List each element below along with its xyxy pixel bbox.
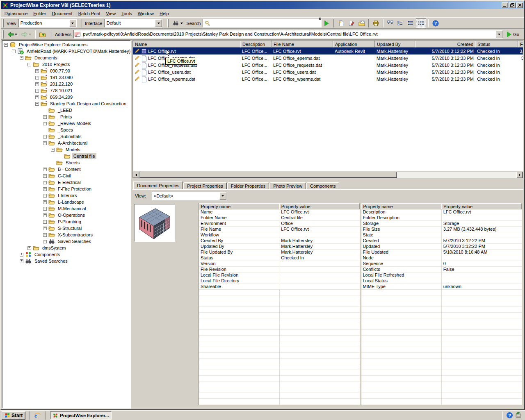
tree-item-p-plumbing[interactable]: +P-Plumbing (2, 218, 130, 225)
expander-icon[interactable]: + (20, 253, 23, 257)
expander-icon[interactable]: − (12, 50, 16, 53)
expander-icon[interactable]: + (43, 233, 47, 237)
tree-item-090-77-90[interactable]: +090.77.90 (2, 68, 130, 74)
tree-item-869-34-209[interactable]: +869.34.209 (2, 94, 130, 100)
menu-item-help[interactable]: Help (157, 10, 172, 17)
column-header-status[interactable]: Status (475, 41, 518, 48)
chevron-down-icon[interactable] (495, 30, 502, 38)
expander-icon[interactable]: + (43, 227, 47, 230)
go-button[interactable]: Go (504, 32, 523, 37)
column-header-description[interactable]: Description (240, 41, 272, 48)
view-small-icons-button[interactable] (395, 18, 406, 28)
toolbar-gripper[interactable] (2, 19, 4, 27)
scroll-left-button[interactable] (133, 172, 139, 178)
tree-item-submittals[interactable]: +_Submittals (2, 133, 130, 140)
go-up-icon[interactable] (37, 30, 48, 39)
tree-item-leed[interactable]: _LEED (2, 107, 130, 114)
run-search-button[interactable] (322, 18, 332, 28)
toolbar-gripper[interactable] (81, 19, 82, 27)
back-button[interactable] (5, 30, 19, 39)
expander-icon[interactable]: + (43, 174, 47, 178)
menu-item-batch-print[interactable]: Batch Print (75, 10, 103, 17)
expander-icon[interactable]: + (43, 122, 47, 125)
expander-icon[interactable]: + (43, 240, 47, 243)
expander-icon[interactable]: − (27, 63, 31, 66)
expander-icon[interactable]: + (43, 200, 47, 204)
tab-photo-preview[interactable]: Photo Preview (269, 182, 306, 189)
expander-icon[interactable]: + (43, 181, 47, 184)
expander-icon[interactable]: + (43, 194, 47, 198)
expander-icon[interactable]: − (51, 148, 55, 152)
tree-item-o-operations[interactable]: +O-Operations (2, 212, 130, 218)
expander-icon[interactable]: + (43, 115, 47, 119)
tree-item-c-civil[interactable]: +C-Civil (2, 173, 130, 179)
start-button[interactable]: Start (2, 411, 25, 420)
tree-item-s-structural[interactable]: +S-Structural (2, 225, 130, 232)
column-header-application[interactable]: Application (333, 41, 375, 48)
tree-item-central-file[interactable]: Central file (2, 153, 130, 159)
interface-combobox[interactable]: Default (104, 19, 162, 27)
forward-button[interactable] (19, 30, 33, 39)
props-view-combobox[interactable]: <Default> (152, 192, 227, 200)
internet-explorer-icon[interactable]: e (34, 412, 41, 419)
tree-item-saved-searches[interactable]: +Saved Searches (2, 238, 130, 245)
tree-item-models[interactable]: −Models (2, 146, 130, 153)
expander-icon[interactable]: + (43, 207, 47, 211)
expander-icon[interactable]: + (35, 82, 39, 86)
tree-item-f-fire-protection[interactable]: +F-Fire Protection (2, 186, 130, 192)
scroll-right-button[interactable] (516, 172, 523, 178)
tab-folder-properties[interactable]: Folder Properties (227, 182, 269, 189)
toolbar-gripper[interactable] (51, 30, 52, 39)
search-input[interactable] (203, 19, 322, 27)
chevron-down-icon[interactable] (69, 19, 76, 27)
tree-item-m-mechanical[interactable]: +M-Mechanical (2, 205, 130, 212)
tab-project-properties[interactable]: Project Properties (183, 182, 226, 189)
view-list-button[interactable] (406, 18, 416, 28)
tree-item-dmssystem[interactable]: +dmsSystem (2, 245, 130, 251)
column-header-file-name[interactable]: File Name (272, 41, 333, 48)
tree-item-i-interiors[interactable]: +I-Interiors (2, 192, 130, 199)
menu-item-document[interactable]: Document (49, 10, 75, 17)
menu-item-window[interactable]: Window (135, 10, 157, 17)
tree-item-a-architectural[interactable]: −A-Architectural (2, 140, 130, 146)
view-large-icons-button[interactable] (385, 18, 395, 28)
printer-icon[interactable] (371, 18, 381, 28)
tree-item-anfieldroad-mark-pxlfcyoti0-mark-hattersley[interactable]: −AnfieldRoad (MARK-PXLFCYOTI0\Mark.Hatte… (2, 48, 130, 54)
tree-item-b-content[interactable]: +B - Content (2, 166, 130, 173)
file-row[interactable]: LFC Office_wperms.datLFC Office...LFC Of… (133, 75, 523, 82)
address-input[interactable]: pw:\\mark-pxlfcyoti0:AnfieldRoad\Documen… (73, 30, 503, 39)
minimize-button[interactable] (502, 2, 508, 8)
column-header-updated-by[interactable]: Updated By (375, 41, 415, 48)
tree-item-specs[interactable]: _Specs (2, 127, 130, 133)
column-header-name[interactable]: Name (133, 41, 240, 48)
help-icon[interactable]: ? (430, 18, 441, 28)
menu-item-datasource[interactable]: Datasource (2, 10, 30, 17)
expander-icon[interactable]: + (35, 95, 39, 99)
tree-item-saved-searches[interactable]: +Saved Searches (2, 258, 130, 264)
tree-item-components[interactable]: +Components (2, 251, 130, 258)
tree-item-201-22-120[interactable]: +201.22.120 (2, 81, 130, 87)
toolbar-gripper[interactable] (167, 19, 169, 27)
search-tool-button[interactable] (170, 18, 185, 28)
chevron-down-icon[interactable] (155, 19, 162, 27)
expander-icon[interactable]: − (20, 56, 23, 60)
tab-document-properties[interactable]: Document Properties (133, 181, 183, 189)
chevron-down-icon[interactable] (319, 19, 321, 27)
view-details-button[interactable] (416, 18, 426, 28)
tree-item-projectwise-explorer-datasources[interactable]: −ProjectWise Explorer Datasources (2, 41, 130, 48)
tree-item-sheets[interactable]: Sheets (2, 159, 130, 166)
expander-icon[interactable]: + (35, 69, 39, 73)
file-row[interactable]: LFC Office_users.datLFC Office...LFC Off… (133, 68, 523, 75)
tree-item-review-models[interactable]: +_Review Models (2, 120, 130, 127)
chevron-down-icon[interactable] (219, 192, 226, 200)
expander-icon[interactable]: + (43, 168, 47, 171)
tray-projectwise-icon[interactable] (515, 411, 522, 419)
horizontal-splitter[interactable] (132, 178, 523, 182)
tab-components[interactable]: Components (306, 182, 339, 189)
edit-document-icon[interactable] (346, 18, 356, 28)
expander-icon[interactable]: + (43, 135, 47, 138)
tree-item-stanley-park-design-and-construction[interactable]: −Stanley Park Design and Construction (2, 100, 130, 107)
tree-item-documents[interactable]: −Documents (2, 54, 130, 61)
new-document-icon[interactable] (336, 18, 346, 28)
tree-item-e-electrical[interactable]: +E-Electrical (2, 179, 130, 186)
